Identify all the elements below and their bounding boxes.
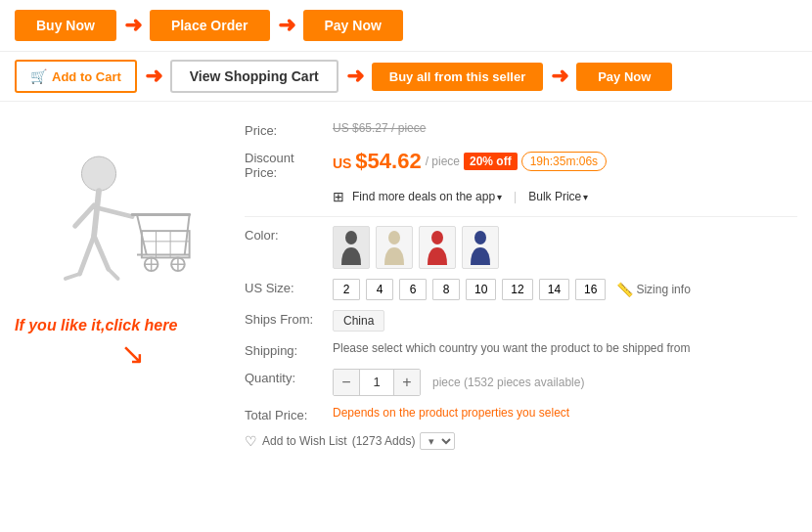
quantity-available: piece (1532 pieces available) [432, 376, 584, 389]
shipping-row: Shipping: Please select which country yo… [245, 336, 797, 364]
ships-from-row: Ships From: China [245, 305, 797, 336]
discount-row: DiscountPrice: US $54.62 / piece 20% off… [245, 144, 797, 185]
color-swatch-2[interactable] [376, 226, 413, 269]
svg-line-3 [74, 205, 94, 226]
svg-point-23 [388, 231, 400, 244]
color-label: Color: [245, 226, 333, 243]
size-options: 2 4 6 8 10 12 14 16 📏 Sizing info [333, 279, 797, 300]
size-label: US Size: [245, 279, 333, 295]
divider-1 [245, 216, 797, 217]
price-row: Price: US $65.27 / piece [245, 116, 797, 144]
shipping-content: Please select which country you want the… [333, 341, 797, 355]
qr-icon: ⊞ [333, 189, 344, 204]
size-16[interactable]: 16 [575, 279, 606, 300]
total-price-row: Total Price: Depends on the product prop… [245, 401, 797, 428]
sizing-info[interactable]: 📏 Sizing info [616, 282, 690, 297]
left-panel: If you like it,click here ↘ [0, 111, 235, 459]
wishlist-text[interactable]: Add to Wish List [262, 434, 347, 448]
svg-line-1 [94, 191, 99, 236]
price-label: Price: [245, 121, 333, 138]
shipping-text: Please select which country you want the… [333, 341, 691, 355]
off-badge: 20% off [464, 153, 518, 170]
quantity-plus-button[interactable]: + [394, 370, 420, 395]
ships-from-label: Ships From: [245, 310, 333, 327]
add-to-cart-button[interactable]: 🛒 Add to Cart [15, 60, 137, 93]
svg-point-24 [431, 231, 443, 244]
right-panel: Price: US $65.27 / piece DiscountPrice: … [235, 111, 812, 459]
chevron-down-icon: ▾ [497, 192, 502, 202]
total-price-text: Depends on the product properties you se… [333, 406, 569, 420]
color-swatch-4[interactable] [462, 226, 499, 269]
svg-point-25 [474, 231, 486, 244]
svg-line-7 [108, 269, 117, 279]
deals-row: ⊞ Find more deals on the app ▾ | Bulk Pr… [245, 185, 797, 212]
discount-content: US $54.62 / piece 20% off 19h:35m:06s [333, 149, 797, 174]
arrow-icon-2: ➜ [278, 13, 295, 38]
shipping-label: Shipping: [245, 341, 333, 358]
original-price: US $65.27 / piece [333, 121, 426, 135]
quantity-minus-button[interactable]: − [334, 370, 359, 395]
size-2[interactable]: 2 [333, 279, 360, 300]
separator: | [514, 190, 517, 203]
product-image [23, 121, 213, 312]
pay-now-flow-button[interactable]: Pay Now [303, 10, 403, 41]
deals-content: ⊞ Find more deals on the app ▾ | Bulk Pr… [333, 187, 588, 206]
buy-all-seller-button[interactable]: Buy all from this seller [372, 63, 543, 91]
per-piece-label: / piece [426, 155, 460, 168]
price-content: US $65.27 / piece [333, 121, 797, 135]
total-price-content: Depends on the product properties you se… [333, 406, 797, 420]
arrow-icon-5: ➜ [551, 64, 568, 89]
color-swatch-3[interactable] [419, 226, 456, 269]
buy-now-button[interactable]: Buy Now [15, 10, 116, 41]
timer-badge: 19h:35m:06s [521, 152, 607, 171]
svg-line-6 [65, 274, 79, 279]
total-price-label: Total Price: [245, 406, 333, 422]
size-4[interactable]: 4 [366, 279, 393, 300]
arrow-icon-1: ➜ [124, 13, 142, 38]
quantity-content: − 1 + piece (1532 pieces available) [333, 369, 797, 396]
discount-label: DiscountPrice: [245, 149, 333, 180]
product-area: If you like it,click here ↘ Price: US $6… [0, 102, 812, 468]
wishlist-dropdown[interactable]: ▾ [420, 432, 455, 450]
color-swatch-1[interactable] [333, 226, 370, 269]
svg-line-5 [94, 236, 109, 269]
svg-point-22 [345, 231, 357, 244]
product-image-svg [23, 121, 213, 312]
size-row: US Size: 2 4 6 8 10 12 14 16 📏 Sizing in… [245, 274, 797, 305]
flow-bar: Buy Now ➜ Place Order ➜ Pay Now [0, 0, 812, 52]
ruler-icon: 📏 [616, 282, 633, 297]
svg-point-0 [81, 156, 115, 191]
size-8[interactable]: 8 [432, 279, 460, 300]
discount-price: US $54.62 [333, 149, 422, 174]
color-row: Color: [245, 221, 797, 274]
size-12[interactable]: 12 [502, 279, 532, 300]
pay-now-cart-button[interactable]: Pay Now [576, 63, 672, 91]
svg-line-4 [79, 236, 94, 274]
svg-line-2 [94, 207, 132, 217]
cta-text: If you like it,click here [15, 317, 220, 334]
quantity-control: − 1 + [333, 369, 421, 396]
quantity-value: 1 [359, 370, 394, 395]
heart-icon: ♡ [245, 433, 257, 449]
deals-link[interactable]: Find more deals on the app ▾ [352, 190, 502, 203]
ships-from-content: China [333, 310, 797, 332]
size-10[interactable]: 10 [466, 279, 496, 300]
color-swatches [333, 226, 797, 269]
view-cart-button[interactable]: View Shopping Cart [170, 60, 338, 93]
quantity-row: Quantity: − 1 + piece (1532 pieces avail… [245, 364, 797, 401]
arrow-icon-4: ➜ [346, 64, 364, 89]
svg-rect-11 [141, 231, 189, 257]
size-6[interactable]: 6 [399, 279, 427, 300]
bulk-chevron-icon: ▾ [583, 192, 588, 202]
bulk-price-link[interactable]: Bulk Price ▾ [528, 190, 588, 203]
ships-from-value[interactable]: China [333, 310, 384, 332]
arrow-down-icon: ↘ [120, 336, 145, 371]
wishlist-row: ♡ Add to Wish List (1273 Adds) ▾ [245, 428, 797, 454]
currency-symbol: US [333, 155, 355, 171]
cart-bar: 🛒 Add to Cart ➜ View Shopping Cart ➜ Buy… [0, 52, 812, 102]
arrow-icon-3: ➜ [145, 64, 162, 89]
quantity-label: Quantity: [245, 369, 333, 385]
place-order-button[interactable]: Place Order [150, 10, 270, 41]
size-14[interactable]: 14 [539, 279, 569, 300]
wishlist-count: (1273 Adds) [352, 434, 416, 448]
